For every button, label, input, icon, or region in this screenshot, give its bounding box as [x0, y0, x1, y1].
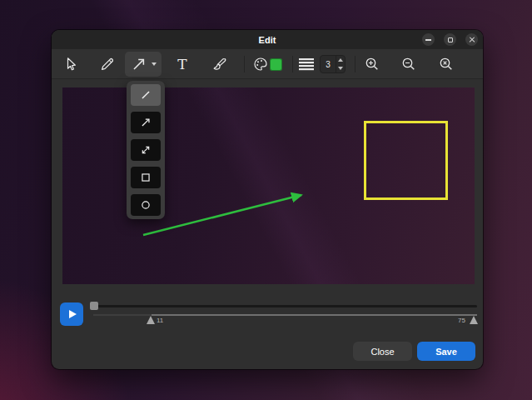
trim-end-handle[interactable] [470, 316, 478, 324]
color-swatch[interactable] [270, 58, 282, 71]
arrow-northeast-icon [131, 56, 147, 72]
toolbar-separator [292, 56, 293, 72]
line-width-icon [298, 57, 315, 72]
close-button[interactable]: Close [353, 342, 412, 361]
spin-up-button[interactable] [336, 56, 345, 64]
spin-down-icon [338, 67, 343, 70]
line-shape-icon [138, 88, 153, 102]
toolbar: T 3 [52, 49, 483, 79]
trim-end-label: 75 [458, 317, 465, 324]
toolbar-separator [355, 56, 355, 72]
maximize-icon [448, 38, 453, 42]
play-icon [69, 310, 77, 318]
edit-window: Edit T [52, 30, 483, 369]
toolbar-separator [244, 56, 245, 72]
maximize-button[interactable] [444, 33, 456, 46]
zoom-out-icon [400, 56, 417, 72]
playhead-track[interactable] [93, 305, 477, 308]
pencil-icon [99, 56, 116, 72]
text-tool-icon: T [177, 56, 186, 72]
window-title: Edit [259, 35, 276, 45]
shape-menu [127, 81, 165, 219]
palette-icon [252, 56, 269, 72]
pointer-tool-button[interactable] [57, 52, 85, 77]
line-width-spinbox[interactable]: 3 [320, 55, 346, 73]
ellipse-shape-icon [138, 198, 153, 212]
close-window-button[interactable] [465, 33, 478, 46]
brush-tool-button[interactable] [206, 52, 234, 77]
rectangle-annotation [364, 121, 448, 200]
minimize-icon [425, 39, 431, 41]
chevron-down-icon [152, 62, 157, 66]
double-arrow-shape-icon [138, 142, 153, 158]
shape-menu-item-arrow[interactable] [131, 112, 161, 133]
trim-start-label: 11 [157, 317, 163, 324]
shape-menu-item-line[interactable] [131, 84, 161, 106]
pencil-tool-button[interactable] [93, 52, 122, 77]
brush-icon [211, 56, 228, 72]
spin-down-button[interactable] [336, 64, 345, 72]
line-width-icon-button [296, 52, 316, 77]
shape-menu-item-ellipse[interactable] [131, 194, 161, 216]
trim-track-left[interactable] [93, 314, 152, 316]
rectangle-shape-icon [138, 170, 153, 185]
arrow-shape-icon [138, 115, 153, 130]
spin-up-icon [338, 58, 343, 62]
palette-button[interactable] [249, 52, 272, 77]
zoom-original-icon [438, 56, 455, 72]
edit-canvas[interactable] [62, 88, 475, 284]
save-button[interactable]: Save [417, 342, 475, 361]
pointer-icon [62, 56, 79, 72]
minimize-button[interactable] [422, 33, 435, 46]
window-controls [422, 33, 478, 46]
text-tool-button[interactable]: T [168, 52, 196, 77]
line-width-value[interactable]: 3 [321, 56, 336, 72]
shape-menu-item-double-arrow[interactable] [131, 139, 161, 161]
zoom-out-button[interactable] [395, 52, 423, 77]
titlebar: Edit [52, 30, 483, 49]
shape-tool-button[interactable] [125, 52, 162, 77]
zoom-in-icon [364, 56, 380, 72]
trim-start-handle[interactable] [147, 316, 155, 324]
trim-track-selected[interactable] [152, 314, 477, 316]
shape-menu-item-rectangle[interactable] [131, 167, 161, 188]
play-button[interactable] [60, 302, 83, 326]
playhead-handle[interactable] [90, 302, 98, 310]
zoom-in-button[interactable] [358, 52, 386, 77]
zoom-original-button[interactable] [432, 52, 460, 77]
